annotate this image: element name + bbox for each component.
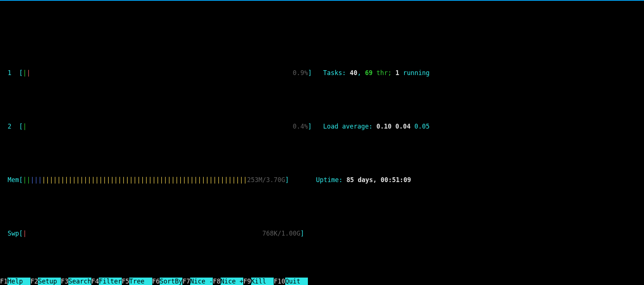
htop-screen: 1 [|| 0.9%] Tasks: 40, 69 thr; 1 running… xyxy=(0,0,644,285)
la5: 0.04 xyxy=(396,123,411,130)
fkey-label-F1[interactable]: Help xyxy=(7,278,30,285)
header-row2: 2 [| 0.4%] Load average: 0.10 0.04 0.05 xyxy=(0,113,644,140)
thr-label: thr; xyxy=(376,69,391,77)
mem-row: Mem[||||||||||||||||||||||||||||||||||||… xyxy=(0,166,644,193)
fkey-label-F4[interactable]: Filter xyxy=(99,278,121,285)
fkey-label-F6[interactable]: SortBy xyxy=(160,278,182,285)
running-label: running xyxy=(403,69,430,77)
tasks-sep: , xyxy=(357,69,361,77)
swp-total: 1.00G xyxy=(281,230,300,237)
fkey-label-F5[interactable]: Tree xyxy=(129,278,152,285)
load-label: Load average: xyxy=(323,123,373,130)
cpu1-pct: 0.9% xyxy=(293,69,308,77)
fkey-label-F2[interactable]: Setup xyxy=(38,278,61,285)
fkey-F3[interactable]: F3 xyxy=(61,278,68,285)
header: 1 [|| 0.9%] Tasks: 40, 69 thr; 1 running xyxy=(0,59,644,86)
fkey-label-F10[interactable]: Quit xyxy=(285,278,308,285)
fkey-label-F7[interactable]: Nice - xyxy=(190,278,213,285)
swp-used: 768K xyxy=(262,230,277,237)
fkey-F9[interactable]: F9 xyxy=(243,278,251,285)
mem-total: 3.70G xyxy=(266,176,285,184)
cpu2-label: 2 xyxy=(7,123,11,130)
uptime-label: Uptime: xyxy=(316,176,343,184)
fkey-label-F9[interactable]: Kill xyxy=(251,278,274,285)
fkey-F10[interactable]: F10 xyxy=(274,278,285,285)
la15: 0.05 xyxy=(414,123,430,130)
tasks-label: Tasks: xyxy=(323,69,346,77)
fkey-F2[interactable]: F2 xyxy=(30,278,38,285)
tasks-running: 1 xyxy=(396,69,399,77)
uptime-value: 85 days, 00:51:09 xyxy=(347,176,411,184)
fkey-F8[interactable]: F8 xyxy=(213,278,220,285)
footer-bar: F1Help F2Setup F3SearchF4FilterF5Tree F6… xyxy=(0,277,644,285)
fkey-F4[interactable]: F4 xyxy=(91,278,99,285)
fkey-F5[interactable]: F5 xyxy=(122,278,129,285)
fkey-label-F3[interactable]: Search xyxy=(68,278,91,285)
la1: 0.10 xyxy=(376,123,391,130)
fkey-F7[interactable]: F7 xyxy=(182,278,190,285)
cpu2-pct: 0.4% xyxy=(293,123,308,130)
mem-label: Mem xyxy=(7,176,19,184)
swap-row: Swp[| 768K/1.00G] xyxy=(0,220,644,247)
tasks-thr: 69 xyxy=(365,69,373,77)
mem-used: 253M xyxy=(247,176,262,184)
tasks-count: 40 xyxy=(350,69,357,77)
cpu1-label: 1 xyxy=(7,69,11,77)
fkey-F6[interactable]: F6 xyxy=(152,278,160,285)
fkey-label-F8[interactable]: Nice + xyxy=(221,278,243,285)
fkey-F1[interactable]: F1 xyxy=(0,278,7,285)
swp-label: Swp xyxy=(7,230,19,237)
